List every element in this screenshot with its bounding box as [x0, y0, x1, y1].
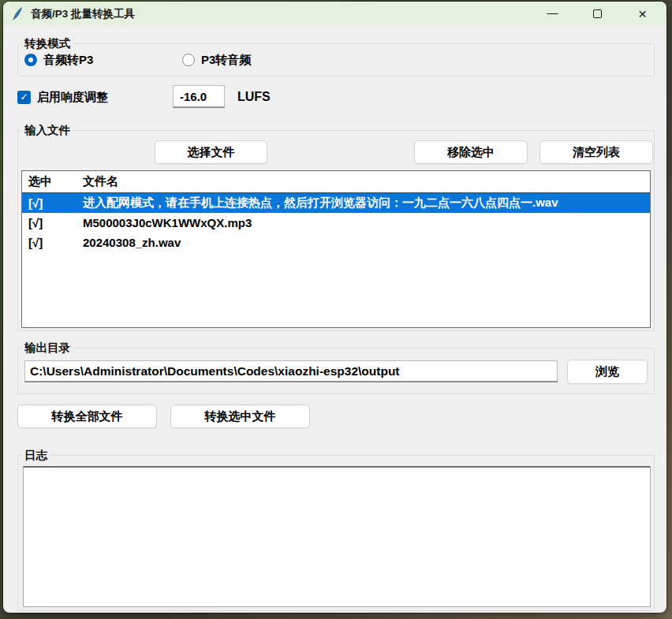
close-button[interactable]: ✕: [620, 2, 665, 26]
app-window: 音频/P3 批量转换工具 — ✕ 转换模式 音频转P3 P3转音频 ✓ 启用响度…: [3, 2, 666, 613]
checkbox-checked-icon: ✓: [17, 91, 31, 104]
file-check-cell: [√]: [22, 216, 83, 229]
output-path-input[interactable]: [24, 360, 558, 382]
radio-unselected-icon: [182, 54, 195, 66]
file-name-cell: M500003J0cWK1WWxQX.mp3: [83, 216, 650, 229]
input-files-group: 输入文件 选择文件 移除选中 清空列表 选中 文件名 [√] 进入配网模式，请在…: [17, 130, 655, 331]
header-checked: 选中: [22, 174, 83, 189]
main-content: 转换模式 音频转P3 P3转音频 ✓ 启用响度调整 LUFS 输入文件 选择文件…: [3, 26, 666, 613]
input-files-label: 输入文件: [21, 123, 73, 138]
log-group: 日志: [17, 455, 655, 611]
minimize-icon: —: [547, 6, 558, 19]
file-list-row[interactable]: [√] M500003J0cWK1WWxQX.mp3: [22, 213, 650, 233]
maximize-button[interactable]: [575, 2, 620, 26]
output-dir-group: 输出目录 浏览: [17, 348, 655, 394]
file-list-row[interactable]: [√] 进入配网模式，请在手机上连接热点，然后打开浏览器访问：一九二点一六八点四…: [22, 193, 650, 213]
file-name-cell: 进入配网模式，请在手机上连接热点，然后打开浏览器访问：一九二点一六八点四点一.w…: [83, 196, 650, 211]
file-list-body: [√] 进入配网模式，请在手机上连接热点，然后打开浏览器访问：一九二点一六八点四…: [22, 193, 650, 252]
file-check-cell: [√]: [22, 196, 83, 210]
file-list-row[interactable]: [√] 20240308_zh.wav: [22, 233, 650, 252]
file-name-cell: 20240308_zh.wav: [83, 236, 650, 249]
lufs-value-input[interactable]: [173, 85, 225, 108]
title-bar[interactable]: 音频/P3 批量转换工具 — ✕: [3, 2, 666, 26]
close-icon: ✕: [638, 8, 648, 21]
radio-audio-to-p3[interactable]: 音频转P3: [24, 44, 93, 76]
radio-p3-to-audio[interactable]: P3转音频: [182, 44, 251, 76]
radio-p3-to-audio-label: P3转音频: [201, 53, 251, 68]
loudness-checkbox-label: 启用响度调整: [37, 90, 108, 105]
window-title: 音频/P3 批量转换工具: [31, 7, 135, 21]
browse-button[interactable]: 浏览: [567, 360, 648, 384]
remove-selected-button[interactable]: 移除选中: [414, 140, 528, 164]
file-list-header: 选中 文件名: [22, 171, 650, 193]
conversion-mode-group: 转换模式 音频转P3 P3转音频: [17, 43, 655, 76]
minimize-button[interactable]: —: [530, 2, 575, 26]
lufs-unit-label: LUFS: [237, 85, 271, 109]
convert-selected-button[interactable]: 转换选中文件: [170, 405, 310, 428]
log-label: 日志: [21, 448, 50, 463]
loudness-checkbox[interactable]: ✓ 启用响度调整: [17, 85, 108, 109]
header-filename: 文件名: [83, 174, 650, 189]
convert-all-button[interactable]: 转换全部文件: [17, 405, 157, 428]
log-textarea[interactable]: [23, 466, 651, 607]
output-dir-label: 输出目录: [21, 341, 73, 356]
clear-list-button[interactable]: 清空列表: [539, 140, 653, 164]
file-list[interactable]: 选中 文件名 [√] 进入配网模式，请在手机上连接热点，然后打开浏览器访问：一九…: [21, 170, 651, 328]
maximize-icon: [593, 9, 602, 18]
radio-audio-to-p3-label: 音频转P3: [43, 53, 93, 68]
tk-feather-icon: [12, 7, 24, 21]
select-files-button[interactable]: 选择文件: [155, 140, 267, 164]
file-check-cell: [√]: [22, 236, 83, 249]
radio-selected-icon: [24, 54, 37, 66]
